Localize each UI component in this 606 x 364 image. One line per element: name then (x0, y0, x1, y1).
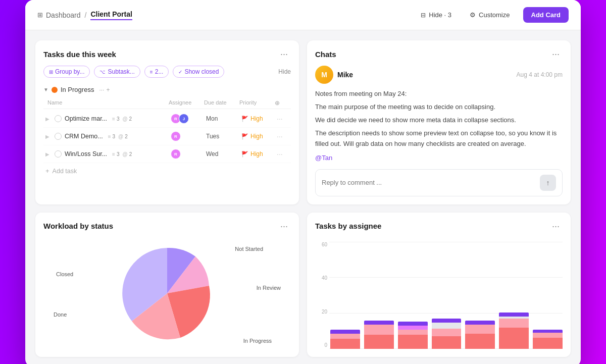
chat-username: Mike (337, 71, 353, 79)
chat-line-3: We did decide we need to show more meta … (315, 115, 563, 125)
task-name: Win/Loss Sur... (65, 150, 107, 158)
due-date: Wed (206, 150, 241, 158)
task-checkbox[interactable] (55, 150, 62, 158)
bar-segment (330, 339, 360, 349)
chats-card: Chats ··· M Mike Aug 4 at 4:00 pm Notes … (307, 40, 571, 204)
col-assignee: Assignee (169, 99, 204, 107)
bar-segment (364, 335, 394, 349)
breadcrumb-current: Client Portal (90, 10, 132, 20)
expand-icon[interactable]: ▶ (45, 116, 52, 122)
bar-segment (398, 330, 428, 335)
task-name-cell: ▶ Optimize mar... ≡ 3 @ 2 (45, 115, 171, 122)
chats-card-header: Chats ··· (315, 48, 563, 60)
grid-line (329, 242, 563, 242)
status-label: In Progress (61, 86, 94, 93)
table-row: ▶ Optimize mar... ≡ 3 @ 2 R J (43, 110, 291, 128)
reply-send-button[interactable]: ↑ (540, 175, 556, 191)
add-card-button[interactable]: Add Card (523, 7, 569, 23)
assignee-avatars: R (171, 149, 206, 159)
checklist-count: 3 (117, 151, 120, 157)
bar-chart-area: 60 40 20 0 (315, 242, 563, 349)
chat-line-1: Notes from meeting on May 24: (315, 89, 563, 99)
y-label-60: 60 (315, 242, 327, 247)
hide-toggle[interactable]: Hide (278, 68, 291, 75)
avatar: R (171, 131, 181, 141)
bar-segment-container (465, 321, 495, 349)
status-more[interactable]: ··· (99, 86, 104, 93)
workload-card-title: Workload by status (43, 222, 113, 230)
task-more-button[interactable]: ··· (277, 115, 289, 123)
checklist-icon: ≡ (108, 134, 111, 139)
y-label-20: 20 (315, 309, 327, 315)
subtask-filter[interactable]: ⌥ Subtask... (94, 66, 140, 78)
mention-count: 2 (129, 151, 132, 157)
task-table-header: Name Assignee Due date Priority ⊕ (43, 97, 291, 109)
checklist-count: 3 (113, 134, 116, 139)
priority-badge: 🚩 High (241, 115, 277, 122)
status-group: ▼ In Progress ··· + Name Assignee Due da… (43, 84, 291, 179)
label-closed: Closed (56, 271, 73, 277)
show-closed-filter[interactable]: ✓ Show closed (173, 66, 224, 78)
chat-timestamp: Aug 4 at 4:00 pm (517, 71, 563, 78)
label-in-progress: In Progress (243, 338, 272, 344)
priority-badge: 🚩 High (241, 150, 277, 158)
bar-segment (533, 338, 563, 349)
y-label-40: 40 (315, 275, 327, 281)
reply-input[interactable] (322, 179, 536, 186)
label-in-review: In Review (257, 285, 281, 291)
task-more-button[interactable]: ··· (277, 132, 289, 140)
task-checkbox[interactable] (55, 115, 62, 122)
status-group-header: ▼ In Progress ··· + (43, 84, 291, 95)
hide-icon: ⊟ (421, 12, 426, 19)
bar-segment (398, 335, 428, 349)
mention-icon: @ (118, 134, 123, 139)
bar-segment (398, 326, 428, 330)
chat-mention: @Tan (315, 153, 563, 163)
priority-badge: 🚩 High (241, 133, 277, 140)
task-meta: ≡ 3 @ 2 (112, 116, 132, 122)
bar-segment (499, 319, 529, 328)
group-by-filter[interactable]: ⊞ Group by... (43, 66, 90, 78)
bar-segment (364, 325, 394, 335)
hide-button[interactable]: ⊟ Hide · 3 (416, 8, 457, 22)
task-meta: ≡ 3 @ 2 (108, 134, 128, 139)
count-filter[interactable]: ≡ 2... (144, 66, 169, 78)
label-not-started: Not Started (235, 246, 263, 252)
chats-more-button[interactable]: ··· (549, 48, 563, 60)
task-name-cell: ▶ Win/Loss Sur... ≡ 3 @ 2 (45, 150, 171, 158)
status-add[interactable]: + (106, 86, 110, 93)
chat-line-4: The description needs to show some previ… (315, 128, 563, 148)
bar-group (432, 319, 462, 349)
bar-segment (432, 319, 462, 323)
add-task-row[interactable]: + Add task (43, 163, 291, 179)
col-actions: ⊕ (275, 99, 287, 107)
mention-icon: @ (122, 116, 127, 122)
pie-chart (117, 243, 218, 344)
gear-icon: ⚙ (470, 11, 476, 19)
tasks-more-button[interactable]: ··· (277, 48, 291, 60)
bar-segment-container (499, 313, 529, 349)
bar-segment (330, 330, 360, 334)
workload-more-button[interactable]: ··· (277, 221, 291, 232)
main-content: Tasks due this week ··· ⊞ Group by... ⌥ … (25, 30, 581, 364)
checklist-count: 3 (117, 116, 120, 122)
expand-icon[interactable]: ▶ (45, 151, 52, 157)
chat-avatar: M (315, 66, 333, 84)
avatar: J (179, 114, 189, 124)
task-more-button[interactable]: ··· (277, 150, 289, 158)
chat-meta: M Mike Aug 4 at 4:00 pm (315, 66, 563, 84)
table-row: ▶ CRM Demo... ≡ 3 @ 2 R Tues (43, 128, 291, 145)
assignee-chart-more-button[interactable]: ··· (549, 221, 563, 232)
bar-segment (432, 336, 462, 349)
col-name: Name (47, 99, 169, 107)
collapse-icon[interactable]: ▼ (43, 87, 48, 92)
task-checkbox[interactable] (55, 133, 62, 140)
add-col-icon[interactable]: ⊕ (275, 99, 280, 107)
bar-segment-container (364, 321, 394, 349)
assignee-avatars: R J (171, 114, 206, 124)
expand-icon[interactable]: ▶ (45, 134, 52, 139)
customize-button[interactable]: ⚙ Customize (465, 8, 515, 22)
task-filters: ⊞ Group by... ⌥ Subtask... ≡ 2... ✓ Show… (43, 66, 291, 78)
bar-segment (432, 329, 462, 336)
bar-group (398, 322, 428, 349)
